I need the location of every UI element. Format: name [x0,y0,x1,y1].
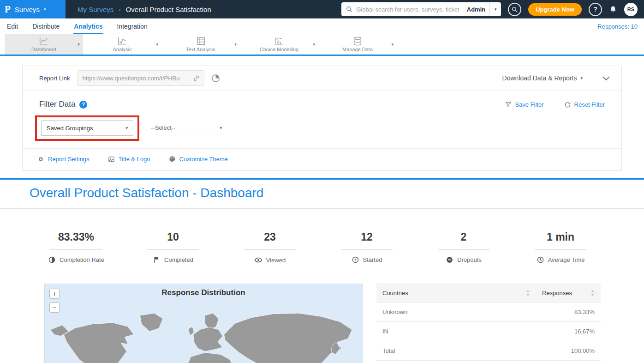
toolbar-manage-data[interactable]: Manage Data ▾ [318,34,397,54]
toolbar-label: Analysis [113,47,132,52]
tab-edit[interactable]: Edit [6,20,18,34]
title-logo-link[interactable]: Title & Logo [108,156,150,163]
user-avatar[interactable]: RS [624,3,638,16]
product-switcher-label: Surveys [15,6,40,13]
search-icon [512,6,518,12]
tab-analytics[interactable]: Analytics [73,20,103,34]
report-settings-link[interactable]: Report Settings [37,156,89,163]
caret-down-icon: ▾ [220,126,222,130]
map-zoom-in-button[interactable]: + [49,289,60,299]
caret-down-icon[interactable]: ▾ [78,42,80,47]
stat-average-time: 1 min Average Time [512,231,609,264]
stat-completed: 10 Completed [125,231,221,264]
stat-completion-rate: 83.33% Completion Rate [28,231,125,264]
country-cell: Total [376,341,536,361]
toolbar-text-analysis[interactable]: Text Analysis ▾ [161,34,240,54]
tab-distribute[interactable]: Distribute [32,20,60,34]
table-row: Total 100.00% [376,341,601,361]
report-link-field[interactable]: https://www.questionpro.com/t/PHBu [78,70,204,86]
survey-nav: Edit Distribute Analytics Integration Re… [0,18,644,34]
dashboard-chart-icon [39,36,49,46]
live-report-pie-icon[interactable] [211,74,220,83]
responses-cell: 16.67% [536,322,601,341]
toolbar-dashboard[interactable]: Dashboard ▾ [5,34,83,54]
breadcrumb: My Surveys › Overall Product Satisfactio… [78,6,211,13]
caret-down-icon: ▾ [125,126,128,130]
toolbar-label: Dashboard [31,47,56,52]
sort-icon[interactable] [590,290,595,296]
image-icon [108,156,115,163]
text-analysis-table-icon [196,36,206,46]
search-scope-dropdown[interactable]: ▾ [489,2,501,16]
sort-icon[interactable] [526,290,530,296]
funnel-icon [505,101,512,108]
column-header-responses[interactable]: Responses [536,284,601,302]
world-map[interactable] [45,304,362,363]
question-mark-icon: ? [593,6,597,13]
upgrade-now-button[interactable]: Upgrade Now [528,3,582,16]
stat-started: 12 Started [318,231,415,264]
breadcrumb-my-surveys[interactable]: My Surveys [78,6,113,13]
global-search: Admin ▾ [341,2,501,16]
stat-value: 12 [341,231,393,250]
countries-header-label: Countries [382,290,408,296]
reset-filter-button[interactable]: Reset Filter [564,101,605,108]
minus-circle-icon [446,256,453,264]
search-button[interactable] [508,3,521,16]
global-search-input[interactable] [352,6,463,13]
collapse-chevron-icon[interactable] [602,76,610,81]
report-link-row: Report Link https://www.questionpro.com/… [23,66,621,91]
caret-down-icon[interactable]: ▾ [234,42,237,47]
caret-down-icon[interactable]: ▾ [156,42,158,47]
responses-cell: 100.00% [536,341,601,361]
stat-label: Completed [164,256,193,263]
caret-down-icon[interactable]: ▾ [313,42,315,47]
map-zoom-out-button[interactable]: − [49,302,60,313]
toolbar-choice-modelling[interactable]: Choice Modelling ▾ [240,34,318,54]
topbar-actions: Admin ▾ Upgrade Now ? RS [341,2,644,16]
stat-label: Completion Rate [60,256,104,263]
breadcrumb-current-survey: Overall Product Satisfaction [126,6,211,13]
filter-controls: Saved Groupings ▾ --Select-- ▾ [39,120,605,136]
product-switcher[interactable]: P Surveys ▾ [0,0,66,18]
link-icon[interactable] [193,75,200,82]
saved-groupings-dropdown[interactable]: Saved Groupings ▾ [41,120,133,136]
report-settings-label: Report Settings [48,156,89,163]
stat-value: 10 [147,231,199,250]
grouping-select-dropdown[interactable]: --Select-- ▾ [149,121,224,135]
response-distribution-card: + − Response Distribution [44,284,363,363]
toolbar-analysis[interactable]: Analysis ▾ [83,34,161,54]
toolbar-label: Choice Modelling [260,47,298,52]
help-button[interactable]: ? [589,3,602,16]
dashboard-title-band: Overall Product Satisfaction - Dashboard [0,180,644,209]
analysis-chart-icon [117,36,127,46]
download-label: Download Data & Reports [502,74,577,82]
tab-integration[interactable]: Integration [117,20,148,34]
customize-theme-link[interactable]: Customize Theme [169,156,228,163]
stat-viewed: 23 Viewed [221,231,318,264]
search-scope-label[interactable]: Admin [463,6,489,13]
countries-table-card: Countries Responses [376,284,601,363]
stats-row: 83.33% Completion Rate 10 Completed 23 V… [0,209,644,264]
caret-down-icon: ▾ [44,7,46,12]
breadcrumb-separator-icon: › [119,6,120,13]
save-filter-button[interactable]: Save Filter [505,101,543,108]
notifications-bell-icon[interactable] [609,5,617,14]
topbar: P Surveys ▾ My Surveys › Overall Product… [0,0,644,18]
grouping-select-value: --Select-- [151,124,175,131]
filter-section: Filter Data ? Save Filter Reset Filter [23,91,621,136]
filter-data-title: Filter Data [39,100,75,109]
search-icon [346,6,352,12]
filter-help-icon[interactable]: ? [79,101,87,109]
country-cell: IN [376,322,536,341]
caret-down-icon[interactable]: ▾ [391,42,394,47]
page-title: Overall Product Satisfaction - Dashboard [30,186,614,200]
download-data-reports-dropdown[interactable]: Download Data & Reports ▾ [502,74,583,82]
column-header-countries[interactable]: Countries [376,284,536,302]
responses-count[interactable]: Responses: 10 [597,23,638,34]
stat-value: 23 [244,231,296,250]
flag-icon [153,256,161,264]
report-filter-card: Report Link https://www.questionpro.com/… [22,66,622,171]
eye-icon [254,256,262,264]
responses-cell: 83.33% [536,302,601,322]
